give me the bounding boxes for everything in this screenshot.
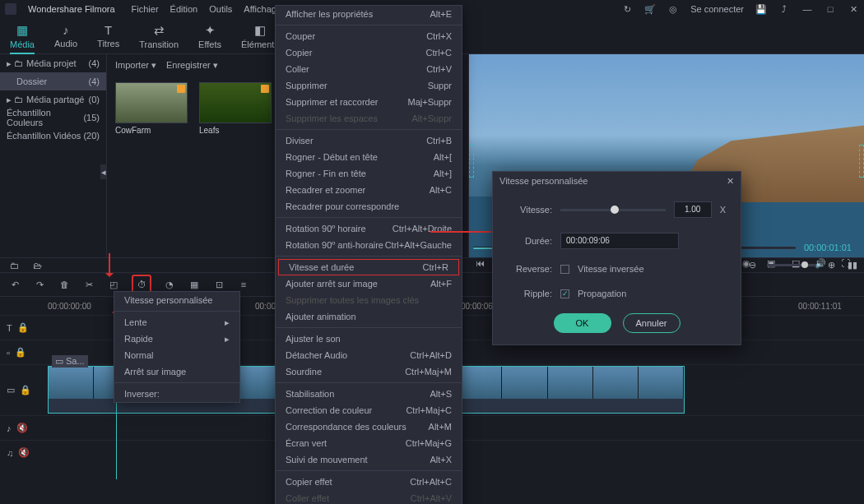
- save-icon[interactable]: 💾: [755, 3, 767, 15]
- lock-icon[interactable]: 🔒: [15, 347, 26, 358]
- resize-handle[interactable]: [859, 145, 864, 178]
- reverse-checkbox[interactable]: [560, 265, 569, 274]
- resize-handle[interactable]: [469, 145, 474, 178]
- close-icon[interactable]: ✕: [848, 3, 859, 15]
- track-audio2-icon[interactable]: ♫: [7, 448, 13, 458]
- ctx-item[interactable]: CollerCtrl+V: [276, 61, 462, 77]
- ctx-item[interactable]: Suivi de mouvementAlt+X: [276, 451, 462, 468]
- ctx-item[interactable]: Rogner - Fin en têteAlt+]: [276, 165, 462, 182]
- ctx-item[interactable]: Supprimer et raccorderMaj+Suppr: [276, 94, 462, 110]
- menu-normal[interactable]: Normal: [114, 347, 239, 363]
- folder-plus-icon[interactable]: 🗁: [31, 260, 43, 271]
- prev-frame-icon[interactable]: ⏮: [473, 257, 486, 270]
- zoom-out-icon[interactable]: ⊖: [746, 258, 759, 271]
- ctx-item[interactable]: Ajouter arrêt sur imageAlt+F: [276, 275, 462, 292]
- ctx-item[interactable]: Recadrer et zoomerAlt+C: [276, 182, 462, 198]
- greenscreen-icon[interactable]: ▦: [188, 278, 201, 291]
- lock-icon[interactable]: 🔒: [20, 385, 31, 395]
- collapse-sidebar-button[interactable]: ◂: [100, 164, 107, 179]
- menu-freeze[interactable]: Arrêt sur image: [114, 363, 239, 380]
- ctx-item[interactable]: Rotation 90º anti-horaireCtrl+Alt+Gauche: [276, 237, 462, 253]
- notify-icon[interactable]: ◎: [667, 3, 679, 15]
- menu-slow[interactable]: Lente▸: [114, 314, 239, 331]
- track-audio-icon[interactable]: ♪: [7, 423, 12, 433]
- cut-icon[interactable]: ✂: [82, 278, 95, 291]
- dialog-close-icon[interactable]: ✕: [727, 176, 734, 187]
- lock-icon[interactable]: 🔒: [17, 322, 29, 333]
- tab-elements[interactable]: ◧Éléments: [241, 23, 279, 49]
- import-dropdown[interactable]: Importer ▾: [115, 60, 156, 71]
- tab-media[interactable]: ▦Média: [10, 23, 35, 54]
- undo-icon[interactable]: ↶: [8, 278, 21, 291]
- preview-time: 00:00:01:01: [804, 243, 852, 252]
- mute-icon[interactable]: 🔇: [18, 447, 30, 458]
- ctx-item[interactable]: Correction de couleurCtrl+Maj+C: [276, 402, 462, 418]
- menu-custom-speed[interactable]: Vitesse personnalisée: [114, 292, 239, 308]
- media-thumb[interactable]: Leafs: [199, 82, 272, 135]
- ctx-item[interactable]: Afficher les propriétésAlt+E: [276, 6, 462, 22]
- motion-icon[interactable]: ⊡: [212, 278, 225, 291]
- ctx-item[interactable]: Copier effetCtrl+Alt+C: [276, 474, 462, 490]
- mute-icon[interactable]: 🔇: [16, 423, 28, 433]
- menu-reverse[interactable]: Inverser:: [114, 386, 239, 402]
- sidebar-item-project[interactable]: ▸ 🗀 Média projet(4): [0, 54, 106, 72]
- zoom-slider[interactable]: [767, 264, 816, 266]
- sidebar-item-videos[interactable]: Échantillon Vidéos(20): [0, 127, 106, 145]
- track-video-icon[interactable]: ▭: [7, 385, 15, 395]
- menu-file[interactable]: Fichier: [132, 4, 159, 14]
- ctx-item[interactable]: CopierCtrl+C: [276, 44, 462, 61]
- ctx-item[interactable]: SourdineCtrl+Maj+M: [276, 363, 462, 380]
- track-text-icon[interactable]: T: [7, 323, 12, 333]
- media-thumb[interactable]: CowFarm: [115, 82, 188, 135]
- tab-titles[interactable]: TTitres: [97, 23, 119, 49]
- adjust-icon[interactable]: ≡: [237, 278, 250, 291]
- duration-input[interactable]: 00:00:09:06: [560, 233, 679, 249]
- ripple-checkbox[interactable]: ✓: [560, 289, 569, 298]
- titles-icon: T: [105, 23, 112, 37]
- effects-icon: ✦: [205, 23, 216, 38]
- ctx-item: Supprimer les espacesAlt+Suppr: [276, 110, 462, 127]
- ctx-item[interactable]: Ajuster le son: [276, 331, 462, 347]
- ctx-item[interactable]: SupprimerSuppr: [276, 77, 462, 94]
- minimize-icon[interactable]: —: [801, 3, 813, 15]
- ctx-item[interactable]: CouperCtrl+X: [276, 28, 462, 44]
- cart-icon[interactable]: 🛒: [644, 3, 656, 15]
- sidebar-item-folder[interactable]: Dossier(4): [0, 72, 106, 90]
- speed-slider[interactable]: [560, 209, 666, 211]
- tab-audio[interactable]: ♪Audio: [54, 23, 77, 49]
- sidebar-item-colors[interactable]: Échantillon Couleurs(15): [0, 109, 106, 127]
- delete-icon[interactable]: 🗑: [58, 278, 71, 291]
- menu-fast[interactable]: Rapide▸: [114, 331, 239, 347]
- tab-transition[interactable]: ⇄Transition: [139, 23, 179, 49]
- time-mark: 00:00:11:01: [798, 302, 842, 311]
- redo-icon[interactable]: ↷: [33, 278, 46, 291]
- maximize-icon[interactable]: □: [825, 3, 836, 15]
- ctx-item[interactable]: DiviserCtrl+B: [276, 132, 462, 149]
- ctx-item[interactable]: Rotation 90º horaireCtrl+Alt+Droite: [276, 220, 462, 237]
- color-icon[interactable]: ◔: [163, 278, 176, 291]
- menu-tools[interactable]: Outils: [209, 4, 232, 14]
- zoom-in-icon[interactable]: ⊕: [825, 258, 838, 271]
- signin-button[interactable]: Se connecter: [690, 4, 744, 14]
- ctx-item[interactable]: StabilisationAlt+S: [276, 386, 462, 402]
- speed-label: Vitesse:: [508, 205, 552, 215]
- ok-button[interactable]: OK: [554, 313, 611, 333]
- track-pip-icon[interactable]: ▫: [7, 348, 10, 358]
- ctx-item[interactable]: Vitesse et duréeCtrl+R: [278, 259, 459, 275]
- ctx-item[interactable]: Recadrer pour correspondre: [276, 198, 462, 215]
- ctx-item[interactable]: Ajouter animation: [276, 308, 462, 325]
- sidebar-item-shared[interactable]: ▸ 🗀 Média partagé(0): [0, 90, 106, 109]
- record-dropdown[interactable]: Enregistrer ▾: [166, 60, 218, 71]
- ctx-item[interactable]: Écran vertCtrl+Maj+G: [276, 435, 462, 451]
- new-folder-icon[interactable]: 🗀: [8, 260, 20, 271]
- export-icon[interactable]: ⤴: [778, 3, 790, 15]
- tab-effects[interactable]: ✦Effets: [198, 23, 221, 49]
- ctx-item[interactable]: Rogner - Début en têteAlt+[: [276, 149, 462, 165]
- fit-icon[interactable]: ▮▮: [846, 258, 859, 271]
- ctx-item[interactable]: Détacher AudioCtrl+Alt+D: [276, 347, 462, 363]
- speed-input[interactable]: 1.00: [674, 201, 712, 218]
- ctx-item[interactable]: Correspondance des couleursAlt+M: [276, 418, 462, 435]
- refresh-icon[interactable]: ↻: [621, 3, 633, 15]
- cancel-button[interactable]: Annuler: [623, 313, 681, 333]
- menu-edit[interactable]: Édition: [170, 4, 198, 14]
